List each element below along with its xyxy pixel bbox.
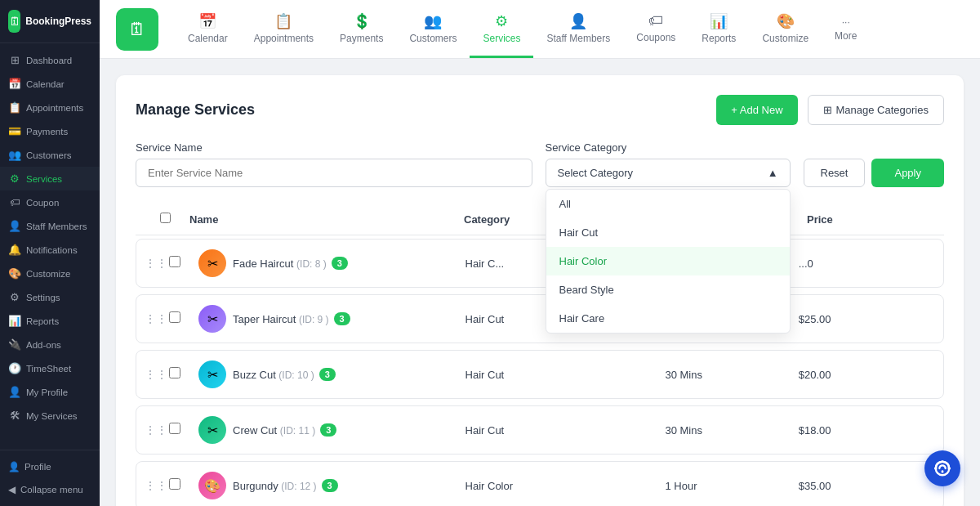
- tab-more[interactable]: ··· More: [822, 16, 870, 42]
- tab-calendar[interactable]: 📅 Calendar: [175, 0, 241, 58]
- drag-handle[interactable]: ⋮⋮: [145, 257, 169, 270]
- dropdown-option-haircut[interactable]: Hair Cut: [546, 218, 790, 247]
- drag-handle[interactable]: ⋮⋮: [145, 368, 169, 381]
- service-dur-3: 30 Mins: [665, 369, 798, 381]
- appointments-icon: 📋: [8, 101, 21, 114]
- sidebar-item-settings[interactable]: ⚙ Settings: [0, 285, 100, 309]
- support-icon: [933, 459, 951, 477]
- row-checkbox-5[interactable]: [169, 478, 198, 493]
- page-content: Manage Services + Add New ⊞ Manage Categ…: [100, 59, 980, 506]
- sidebar-item-customers[interactable]: 👥 Customers: [0, 143, 100, 167]
- customize-icon: 🎨: [8, 267, 21, 280]
- tab-payments[interactable]: 💲 Payments: [327, 0, 396, 58]
- table-row: ⋮⋮ ✂ Fade Haircut (ID: 8 ) 3 Hair C... .…: [136, 239, 944, 288]
- sidebar-item-notifications[interactable]: 🔔 Notifications: [0, 238, 100, 262]
- sidebar-item-appointments[interactable]: 📋 Appointments: [0, 96, 100, 119]
- brand-name: BookingPress: [25, 16, 91, 27]
- category-dropdown: All Hair Cut Hair Color Beard Style Hair…: [546, 189, 791, 334]
- sidebar-item-label: Customize: [26, 269, 70, 279]
- sidebar-item-label: Staff Members: [26, 222, 87, 231]
- sidebar-item-payments[interactable]: 💳 Payments: [0, 119, 100, 143]
- service-name-cell-3: ✂ Buzz Cut (ID: 10 ) 3: [198, 360, 466, 388]
- row-checkbox-2[interactable]: [169, 311, 198, 326]
- drag-handle[interactable]: ⋮⋮: [145, 312, 169, 325]
- add-new-button[interactable]: + Add New: [716, 95, 797, 125]
- tab-coupons-icon: 🏷: [648, 12, 663, 29]
- sidebar-item-label: Settings: [26, 293, 60, 302]
- service-cat-3: Hair Cut: [466, 369, 666, 381]
- apply-button[interactable]: Apply: [871, 159, 944, 187]
- page-title: Manage Services: [136, 101, 255, 119]
- sidebar-item-dashboard[interactable]: ⊞ Dashboard: [0, 48, 100, 72]
- sidebar-item-my-profile[interactable]: 👤 My Profile: [0, 380, 100, 404]
- sidebar-item-timesheet[interactable]: 🕐 TimeSheet: [0, 356, 100, 380]
- settings-icon: ⚙: [8, 291, 21, 303]
- collapse-menu-button[interactable]: ◀ Collapse menu: [8, 480, 91, 499]
- service-avatar-1: ✂: [198, 249, 226, 277]
- tab-appointments-icon: 📋: [274, 12, 292, 30]
- service-name-input[interactable]: [136, 159, 532, 187]
- service-name-cell-2: ✂ Taper Haircut (ID: 9 ) 3: [198, 305, 466, 333]
- dropdown-option-beardstyle[interactable]: Beard Style: [546, 275, 790, 304]
- service-price-3: $20.00: [799, 369, 932, 381]
- brand-icon: 🗓: [8, 10, 20, 33]
- service-name-2: Taper Haircut (ID: 9 ): [233, 313, 329, 325]
- more-icon: ···: [842, 16, 850, 28]
- service-price-1: ...0: [799, 257, 932, 270]
- my-services-icon: 🛠: [8, 410, 21, 422]
- sidebar-item-staff-members[interactable]: 👤 Staff Members: [0, 214, 100, 238]
- service-name-cell-5: 🎨 Burgundy (ID: 12 ) 3: [198, 472, 466, 499]
- select-all-checkbox[interactable]: [160, 213, 171, 223]
- service-badge-1: 3: [332, 257, 348, 270]
- service-badge-5: 3: [322, 479, 338, 492]
- support-fab[interactable]: [924, 450, 960, 486]
- dropdown-option-all[interactable]: All: [546, 190, 790, 218]
- tab-customize[interactable]: 🎨 Customize: [749, 0, 822, 58]
- service-name-5: Burgundy (ID: 12 ): [233, 480, 317, 492]
- sidebar-item-reports[interactable]: 📊 Reports: [0, 309, 100, 333]
- reset-button[interactable]: Reset: [804, 159, 866, 187]
- tab-staff-members[interactable]: 👤 Staff Members: [533, 0, 623, 58]
- sidebar-item-customize[interactable]: 🎨 Customize: [0, 262, 100, 285]
- sidebar-item-my-services[interactable]: 🛠 My Services: [0, 404, 100, 428]
- sidebar-item-coupon[interactable]: 🏷 Coupon: [0, 190, 100, 214]
- tab-appointments-label: Appointments: [254, 33, 314, 44]
- profile-label: Profile: [24, 462, 51, 472]
- drag-handle[interactable]: ⋮⋮: [145, 479, 169, 492]
- dropdown-option-haircare[interactable]: Hair Care: [546, 304, 790, 333]
- manage-categories-button[interactable]: ⊞ Manage Categories: [808, 95, 944, 125]
- drag-handle[interactable]: ⋮⋮: [145, 423, 169, 437]
- sidebar-profile[interactable]: 👤 Profile: [8, 457, 91, 477]
- tab-coupons[interactable]: 🏷 Coupons: [623, 0, 688, 58]
- manage-categories-icon: ⊞: [823, 104, 832, 116]
- tab-customers[interactable]: 👥 Customers: [396, 0, 470, 58]
- row-checkbox-4[interactable]: [169, 423, 198, 437]
- sidebar-item-label: My Profile: [26, 387, 68, 397]
- tab-reports[interactable]: 📊 Reports: [688, 0, 749, 58]
- service-name-3: Buzz Cut (ID: 10 ): [233, 369, 314, 381]
- sidebar-item-services[interactable]: ⚙ Services: [0, 167, 100, 190]
- dropdown-option-haircolor[interactable]: Hair Color: [546, 247, 790, 275]
- sidebar-item-label: Reports: [26, 316, 59, 326]
- more-label: More: [835, 30, 857, 42]
- service-cat-5: Hair Color: [466, 480, 666, 492]
- service-badge-3: 3: [319, 368, 336, 381]
- top-nav: 🗓 📅 Calendar 📋 Appointments 💲 Payments 👥…: [100, 0, 980, 59]
- tab-staff-icon: 👤: [569, 12, 587, 30]
- tab-calendar-icon: 📅: [198, 12, 216, 30]
- sidebar-brand[interactable]: 🗓 BookingPress: [0, 0, 100, 43]
- tab-services[interactable]: ⚙ Services: [470, 0, 533, 58]
- service-avatar-5: 🎨: [198, 472, 226, 499]
- row-checkbox-3[interactable]: [169, 367, 198, 382]
- calendar-icon: 📅: [8, 78, 21, 90]
- tab-services-icon: ⚙: [495, 12, 508, 30]
- service-avatar-4: ✂: [198, 416, 226, 444]
- category-select-button[interactable]: Select Category ▲: [546, 159, 791, 187]
- sidebar-item-label: Payments: [26, 127, 68, 137]
- tab-appointments[interactable]: 📋 Appointments: [241, 0, 327, 58]
- row-checkbox-1[interactable]: [169, 256, 198, 271]
- service-dur-4: 30 Mins: [665, 424, 798, 437]
- sidebar-item-addons[interactable]: 🔌 Add-ons: [0, 333, 100, 356]
- sidebar-item-calendar[interactable]: 📅 Calendar: [0, 72, 100, 96]
- name-filter-label: Service Name: [136, 141, 532, 154]
